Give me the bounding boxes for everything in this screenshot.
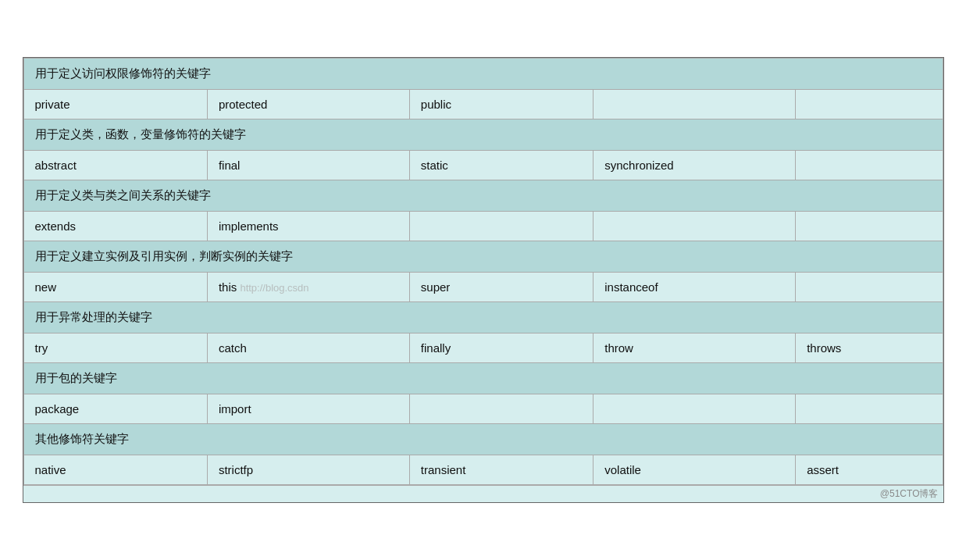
keywords-table: 用于定义访问权限修饰符的关键字privateprotectedpublic用于定… — [23, 58, 943, 485]
table-cell: public — [409, 90, 593, 119]
section-header-6: 其他修饰符关键字 — [23, 424, 943, 455]
section-header-0: 用于定义访问权限修饰符的关键字 — [23, 59, 943, 90]
table-cell: final — [207, 151, 409, 180]
table-cell: assert — [796, 455, 943, 485]
table-cell: catch — [207, 334, 409, 363]
section-header-3: 用于定义建立实例及引用实例，判断实例的关键字 — [23, 241, 943, 273]
table-cell — [796, 273, 943, 302]
table-cell: this http://blog.csdn — [207, 273, 409, 302]
table-cell: instanceof — [594, 273, 796, 302]
table-cell — [594, 394, 796, 424]
section-header-1: 用于定义类，函数，变量修饰符的关键字 — [23, 119, 943, 151]
table-cell: strictfp — [207, 455, 409, 485]
table-cell — [594, 212, 796, 241]
section-header-text-2: 用于定义类与类之间关系的关键字 — [23, 180, 943, 212]
table-cell — [796, 90, 943, 119]
table-cell: synchronized — [594, 151, 796, 180]
table-cell: package — [23, 394, 207, 424]
table-cell: implements — [207, 212, 409, 241]
table-cell: transient — [409, 455, 593, 485]
table-cell — [409, 394, 593, 424]
table-row: trycatchfinallythrowthrows — [23, 334, 943, 363]
table-cell: static — [409, 151, 593, 180]
section-header-text-3: 用于定义建立实例及引用实例，判断实例的关键字 — [23, 241, 943, 273]
table-cell — [796, 394, 943, 424]
table-cell: import — [207, 394, 409, 424]
table-row: packageimport — [23, 394, 943, 424]
logo-text: @51CTO博客 — [23, 485, 943, 502]
table-cell — [796, 212, 943, 241]
section-header-text-1: 用于定义类，函数，变量修饰符的关键字 — [23, 119, 943, 151]
table-row: abstractfinalstaticsynchronized — [23, 151, 943, 180]
section-header-4: 用于异常处理的关键字 — [23, 302, 943, 334]
section-header-text-0: 用于定义访问权限修饰符的关键字 — [23, 59, 943, 90]
main-table-wrapper: 用于定义访问权限修饰符的关键字privateprotectedpublic用于定… — [23, 57, 944, 503]
table-cell: throw — [594, 334, 796, 363]
table-cell: extends — [23, 212, 207, 241]
table-cell: abstract — [23, 151, 207, 180]
table-cell — [796, 151, 943, 180]
table-cell: native — [23, 455, 207, 485]
section-header-text-6: 其他修饰符关键字 — [23, 424, 943, 455]
table-row: nativestrictfptransientvolatileassert — [23, 455, 943, 485]
table-cell — [409, 212, 593, 241]
table-cell: volatile — [594, 455, 796, 485]
table-row: privateprotectedpublic — [23, 90, 943, 119]
table-row: extendsimplements — [23, 212, 943, 241]
table-cell: super — [409, 273, 593, 302]
section-header-2: 用于定义类与类之间关系的关键字 — [23, 180, 943, 212]
table-row: newthis http://blog.csdnsuperinstanceof — [23, 273, 943, 302]
table-cell: throws — [796, 334, 943, 363]
table-cell: new — [23, 273, 207, 302]
table-cell: private — [23, 90, 207, 119]
table-cell: protected — [207, 90, 409, 119]
section-header-text-5: 用于包的关键字 — [23, 363, 943, 394]
table-cell: try — [23, 334, 207, 363]
section-header-text-4: 用于异常处理的关键字 — [23, 302, 943, 334]
table-cell: finally — [409, 334, 593, 363]
table-cell — [594, 90, 796, 119]
section-header-5: 用于包的关键字 — [23, 363, 943, 394]
